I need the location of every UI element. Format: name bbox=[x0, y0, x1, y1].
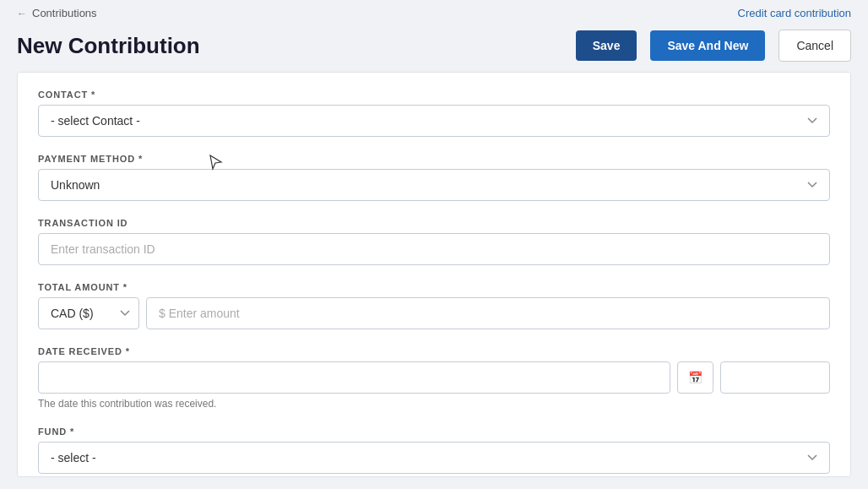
transaction-id-field-group: TRANSACTION ID bbox=[38, 218, 830, 265]
payment-method-field-group: PAYMENT METHOD * Unknown Check Cash Cred… bbox=[38, 154, 830, 201]
fund-label: FUND * bbox=[38, 427, 830, 437]
transaction-id-input[interactable] bbox=[38, 233, 830, 265]
total-amount-label: TOTAL AMOUNT * bbox=[38, 282, 830, 292]
total-amount-row: CAD ($) USD ($) EUR (€) GBP (£) bbox=[38, 297, 830, 329]
date-received-label: DATE RECEIVED * bbox=[38, 346, 830, 356]
date-hint-text: The date this contribution was received. bbox=[38, 398, 830, 410]
contact-label: CONTACT * bbox=[38, 90, 830, 100]
calendar-icon: 📅 bbox=[688, 371, 703, 384]
cancel-button[interactable]: Cancel bbox=[778, 30, 851, 62]
currency-select[interactable]: CAD ($) USD ($) EUR (€) GBP (£) bbox=[38, 297, 139, 329]
page-header: New Contribution Save Save And New Cance… bbox=[0, 26, 868, 72]
breadcrumb-link[interactable]: Contributions bbox=[32, 7, 97, 19]
fund-select[interactable]: - select - bbox=[38, 442, 830, 474]
transaction-id-label: TRANSACTION ID bbox=[38, 218, 830, 228]
back-arrow-icon: ← bbox=[17, 8, 27, 19]
date-row: 01/27/2020 📅 12:38PM bbox=[38, 361, 830, 394]
contact-field-group: CONTACT * - select Contact - bbox=[38, 90, 830, 137]
save-and-new-button[interactable]: Save And New bbox=[650, 30, 765, 61]
amount-input[interactable] bbox=[146, 297, 830, 329]
date-input[interactable]: 01/27/2020 bbox=[38, 361, 670, 394]
contact-select[interactable]: - select Contact - bbox=[38, 105, 830, 137]
total-amount-field-group: TOTAL AMOUNT * CAD ($) USD ($) EUR (€) G… bbox=[38, 282, 830, 329]
date-received-field-group: DATE RECEIVED * 01/27/2020 📅 12:38PM The… bbox=[38, 346, 830, 410]
save-button[interactable]: Save bbox=[576, 30, 637, 61]
payment-method-label: PAYMENT METHOD * bbox=[38, 154, 830, 164]
time-input[interactable]: 12:38PM bbox=[720, 361, 830, 394]
top-nav: ← Contributions Credit card contribution bbox=[0, 0, 868, 26]
payment-method-select[interactable]: Unknown Check Cash Credit Card EFT Debit… bbox=[38, 169, 830, 201]
breadcrumb: ← Contributions bbox=[17, 7, 97, 19]
page-title: New Contribution bbox=[17, 33, 562, 59]
calendar-button[interactable]: 📅 bbox=[677, 361, 713, 394]
form-container: CONTACT * - select Contact - PAYMENT MET… bbox=[17, 72, 851, 477]
fund-field-group: FUND * - select - bbox=[38, 427, 830, 474]
credit-card-link[interactable]: Credit card contribution bbox=[738, 7, 851, 19]
